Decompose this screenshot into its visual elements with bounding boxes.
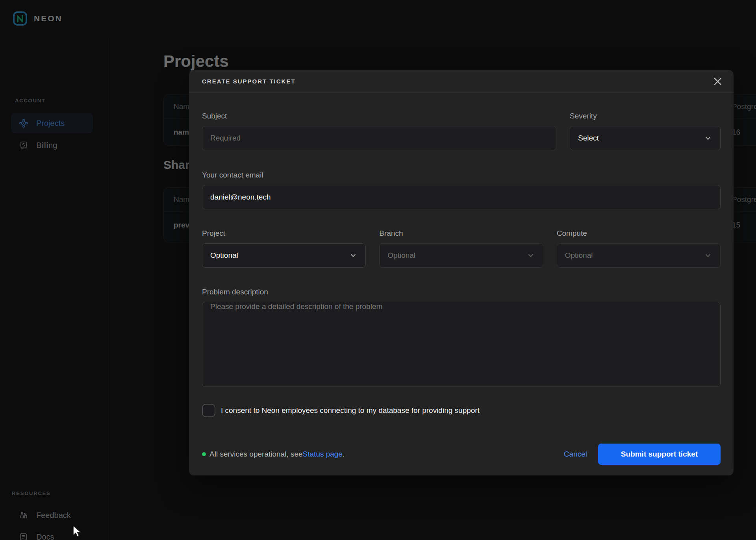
severity-select[interactable]: Select bbox=[570, 126, 721, 150]
close-icon bbox=[713, 76, 723, 87]
compute-select[interactable]: Optional bbox=[557, 243, 721, 268]
project-value: Optional bbox=[210, 251, 238, 260]
description-label: Problem description bbox=[202, 287, 721, 297]
project-label: Project bbox=[202, 228, 366, 239]
modal-footer: All services operational, see Status pag… bbox=[202, 444, 721, 465]
compute-value: Optional bbox=[565, 251, 593, 260]
subject-label: Subject bbox=[202, 111, 556, 121]
status-dot-icon bbox=[202, 452, 206, 456]
consent-label: I consent to Neon employees connecting t… bbox=[221, 406, 480, 415]
service-status: All services operational, see Status pag… bbox=[202, 450, 345, 459]
consent-checkbox[interactable] bbox=[202, 404, 215, 417]
cancel-button[interactable]: Cancel bbox=[564, 450, 587, 459]
branch-value: Optional bbox=[387, 251, 415, 260]
submit-support-ticket-button[interactable]: Submit support ticket bbox=[598, 444, 721, 465]
chevron-down-icon bbox=[526, 251, 535, 260]
severity-label: Severity bbox=[570, 111, 721, 121]
email-label: Your contact email bbox=[202, 170, 721, 180]
modal-body: Subject Severity Select Your contact ema… bbox=[189, 93, 734, 477]
create-support-ticket-modal: CREATE SUPPORT TICKET Subject Severity S… bbox=[189, 70, 734, 475]
modal-header: CREATE SUPPORT TICKET bbox=[189, 70, 734, 93]
status-text-suffix: . bbox=[343, 450, 345, 459]
branch-label: Branch bbox=[379, 228, 543, 239]
severity-value: Select bbox=[578, 134, 599, 142]
compute-label: Compute bbox=[557, 228, 721, 239]
app-screen: NEON ACCOUNT Projects bbox=[0, 0, 756, 540]
problem-description-textarea[interactable] bbox=[202, 302, 721, 387]
chevron-down-icon bbox=[704, 251, 712, 260]
status-page-link[interactable]: Status page bbox=[303, 450, 343, 459]
project-select[interactable]: Optional bbox=[202, 243, 366, 268]
contact-email-input[interactable] bbox=[202, 185, 721, 209]
status-text: All services operational, see bbox=[209, 450, 303, 459]
subject-input[interactable] bbox=[202, 126, 556, 150]
close-button[interactable] bbox=[711, 74, 725, 89]
chevron-down-icon bbox=[349, 251, 358, 260]
branch-select[interactable]: Optional bbox=[379, 243, 543, 268]
modal-title: CREATE SUPPORT TICKET bbox=[202, 78, 296, 85]
chevron-down-icon bbox=[704, 134, 712, 142]
